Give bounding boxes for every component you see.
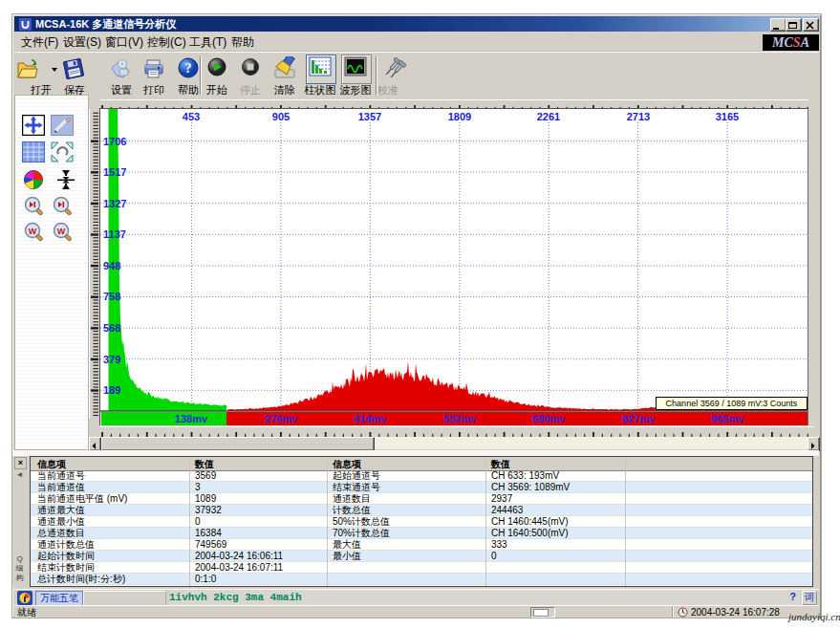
svg-text:1706: 1706 — [103, 136, 126, 147]
svg-text:W: W — [29, 227, 37, 236]
svg-text:948: 948 — [103, 260, 120, 271]
svg-text:138mv: 138mv — [175, 413, 208, 424]
svg-text:905: 905 — [272, 111, 290, 122]
svg-text:1517: 1517 — [103, 166, 126, 178]
svg-text:3165: 3165 — [716, 111, 739, 122]
svg-text:1137: 1137 — [103, 228, 126, 240]
svg-text:965mv: 965mv — [711, 413, 744, 424]
svg-text:758: 758 — [103, 291, 120, 302]
svg-text:1357: 1357 — [358, 111, 381, 122]
svg-text:552mv: 552mv — [443, 413, 477, 424]
svg-text:379: 379 — [103, 354, 120, 365]
svg-text:W: W — [57, 227, 66, 236]
svg-text:414mv: 414mv — [354, 413, 387, 424]
svg-text:690mv: 690mv — [532, 413, 566, 424]
svg-text:189: 189 — [103, 384, 120, 396]
svg-text:2261: 2261 — [537, 111, 560, 122]
svg-text:1809: 1809 — [448, 111, 471, 122]
svg-text:1327: 1327 — [103, 198, 126, 209]
svg-text:568: 568 — [103, 322, 120, 334]
svg-text:827mv: 827mv — [622, 413, 656, 424]
svg-text:453: 453 — [183, 111, 200, 122]
svg-text:276mv: 276mv — [265, 413, 298, 424]
svg-text:2713: 2713 — [627, 111, 650, 122]
svg-text:?: ? — [185, 61, 192, 76]
